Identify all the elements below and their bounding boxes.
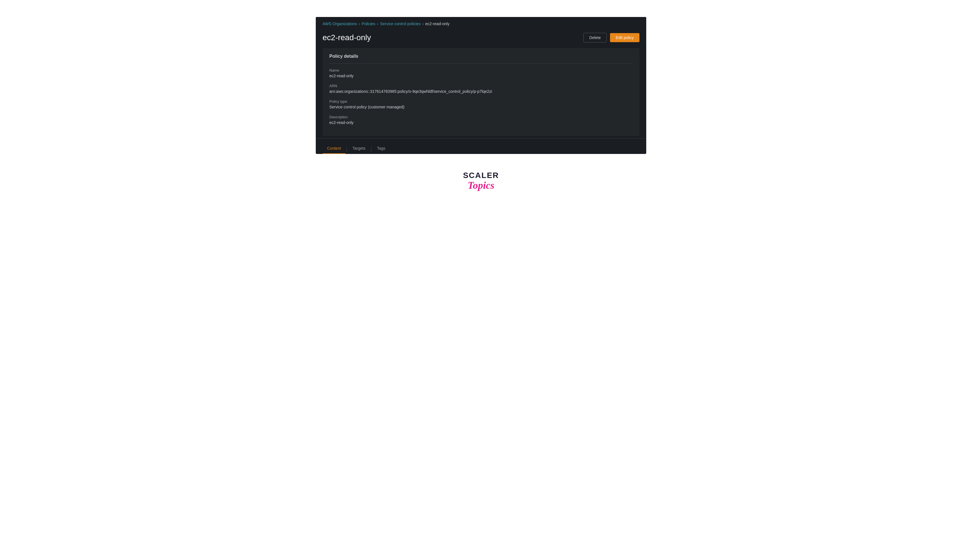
tab-separator-1: | [345, 144, 348, 154]
branding-topics: Topics [468, 180, 495, 191]
section-divider [329, 63, 633, 64]
branding-scaler: SCALER [463, 171, 499, 180]
name-value: ec2-read-only [329, 74, 633, 78]
branding-container: SCALER Topics [463, 171, 499, 208]
policy-details-section: Policy details Name ec2-read-only ARN ar… [323, 48, 639, 136]
main-container: AWS Organizations › Policies › Service c… [311, 17, 651, 154]
breadcrumb-separator-1: › [359, 21, 360, 26]
arn-value: arn:aws:organizations::317614783985:poli… [329, 89, 633, 94]
name-label: Name [329, 68, 633, 73]
description-label: Description [329, 115, 633, 119]
description-field: Description ec2-read-only [329, 115, 633, 125]
header-actions: Delete Edit policy [583, 33, 639, 42]
tab-tags[interactable]: Tags [372, 143, 390, 154]
policy-type-label: Policy type [329, 99, 633, 103]
page-header: ec2-read-only Delete Edit policy [316, 28, 646, 48]
edit-policy-button[interactable]: Edit policy [610, 33, 639, 42]
policy-type-field: Policy type Service control policy (cust… [329, 99, 633, 109]
tab-targets[interactable]: Targets [348, 143, 370, 154]
description-value: ec2-read-only [329, 120, 633, 125]
delete-button[interactable]: Delete [583, 33, 607, 42]
aws-panel: AWS Organizations › Policies › Service c… [316, 17, 646, 154]
policy-type-value: Service control policy (customer managed… [329, 105, 633, 109]
tabs-container: Content | Targets | Tags [316, 138, 646, 154]
breadcrumb-policies[interactable]: Policies [362, 21, 375, 26]
tab-content[interactable]: Content [323, 143, 345, 154]
tab-separator-2: | [370, 144, 373, 154]
page-title: ec2-read-only [323, 33, 371, 42]
arn-label: ARN [329, 84, 633, 88]
breadcrumb-current: ec2-read-only [425, 21, 450, 26]
breadcrumb: AWS Organizations › Policies › Service c… [316, 17, 646, 28]
breadcrumb-aws-organizations[interactable]: AWS Organizations [323, 21, 357, 26]
breadcrumb-separator-3: › [422, 21, 424, 26]
name-field: Name ec2-read-only [329, 68, 633, 78]
arn-field: ARN arn:aws:organizations::317614783985:… [329, 84, 633, 94]
policy-details-title: Policy details [329, 54, 633, 59]
breadcrumb-separator-2: › [377, 21, 379, 26]
breadcrumb-service-control-policies[interactable]: Service control policies [380, 21, 420, 26]
